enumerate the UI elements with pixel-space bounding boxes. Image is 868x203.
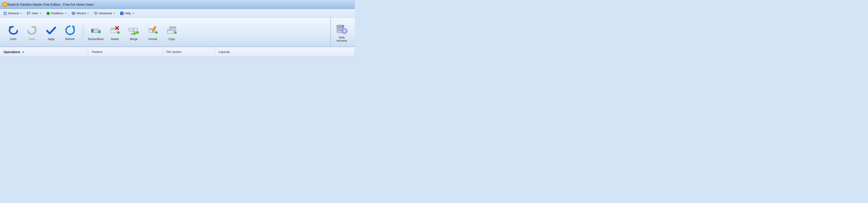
svg-point-29 [98, 31, 101, 33]
menu-sep-4 [91, 11, 92, 16]
toolbar-middle-group: Resize/Move Delete [85, 18, 183, 47]
partition-column-label: Partition [92, 50, 103, 54]
merge-button[interactable]: Merge [125, 21, 143, 44]
general-arrow: ▼ [20, 12, 22, 14]
resize-move-label: Resize/Move [88, 37, 103, 41]
svg-rect-3 [5, 12, 7, 13]
toolbar-right-group: Data recovery [331, 18, 352, 47]
redo-icon [26, 24, 38, 36]
toolbar-left-group: Undo Redo Apply [2, 18, 81, 47]
delete-label: Delete [111, 37, 119, 41]
menu-sep-2 [43, 11, 44, 16]
partitions-arrow: ▼ [65, 12, 67, 14]
general-label: General [8, 11, 19, 15]
svg-rect-9 [29, 12, 31, 13]
undo-label: Undo [10, 37, 17, 41]
capacity-column-label: Capacity [218, 50, 230, 54]
menu-sep-5 [117, 11, 118, 16]
svg-rect-17 [95, 12, 97, 13]
format-label: Format [149, 37, 157, 41]
advanced-arrow: ▼ [113, 12, 115, 14]
toolbar-separator-1 [83, 22, 83, 42]
help-label: Help [125, 11, 131, 15]
svg-point-38 [136, 31, 138, 34]
svg-point-43 [155, 31, 158, 34]
svg-rect-7 [27, 13, 29, 14]
merge-icon [128, 24, 140, 36]
wizard-icon [71, 11, 75, 16]
svg-point-48 [174, 31, 177, 34]
apply-icon [45, 24, 57, 36]
wizard-arrow: ▼ [87, 12, 89, 14]
undo-button[interactable]: Undo [4, 21, 22, 44]
general-icon [3, 11, 7, 16]
data-recovery-label: Data recovery [334, 36, 350, 42]
partitions-icon [46, 11, 50, 16]
redo-button[interactable]: Redo [23, 21, 41, 44]
operations-label: Operations [4, 50, 20, 54]
filesystem-column-label: File System [166, 50, 182, 54]
undo-icon [7, 24, 19, 36]
svg-point-12 [48, 13, 49, 14]
svg-rect-15 [73, 14, 74, 15]
merge-label: Merge [130, 37, 138, 41]
view-label: View [32, 11, 38, 15]
window-title: EaseUS Partition Master Free Edition - F… [8, 3, 94, 6]
svg-rect-8 [27, 14, 29, 15]
menu-item-wizard[interactable]: Wizard ▼ [70, 10, 91, 16]
apply-label: Apply [48, 37, 55, 41]
menu-item-view[interactable]: View ▼ [25, 10, 43, 16]
copy-button[interactable]: Copy [163, 21, 181, 44]
svg-rect-10 [29, 13, 31, 14]
menu-item-help[interactable]: ? Help ▼ [118, 10, 136, 16]
menu-item-partitions[interactable]: Partitions ▼ [44, 10, 68, 16]
svg-point-50 [342, 26, 344, 27]
partition-column-header: Partition [88, 47, 163, 57]
apply-button[interactable]: Apply [42, 21, 60, 44]
menu-item-general[interactable]: General ▼ [1, 10, 24, 16]
advanced-label: Advanced [99, 11, 112, 15]
data-recovery-icon [336, 23, 348, 35]
resize-move-icon [90, 24, 102, 36]
redo-label: Redo [29, 37, 35, 41]
wizard-label: Wizard [76, 11, 86, 15]
app-icon [2, 2, 8, 7]
refresh-label: Refresh [65, 37, 75, 41]
svg-marker-37 [131, 31, 136, 35]
svg-rect-2 [4, 12, 5, 13]
svg-rect-36 [133, 28, 137, 31]
resize-move-button[interactable]: Resize/Move [87, 21, 105, 44]
menu-item-advanced[interactable]: Advanced ▼ [92, 10, 117, 16]
svg-rect-14 [72, 12, 74, 14]
help-icon: ? [120, 11, 124, 16]
refresh-icon [64, 24, 76, 36]
view-icon [27, 11, 31, 16]
data-recovery-button[interactable]: Data recovery [333, 21, 351, 44]
view-arrow: ▼ [39, 12, 41, 14]
operations-header: Operations « [0, 47, 88, 57]
svg-point-57 [344, 31, 345, 31]
toolbar: Undo Redo Apply [0, 18, 355, 47]
svg-rect-47 [167, 29, 174, 31]
svg-rect-5 [5, 13, 7, 15]
svg-rect-45 [169, 27, 176, 28]
title-bar: EaseUS Partition Master Free Edition - F… [0, 0, 355, 9]
capacity-column-header: Capacity [215, 47, 355, 57]
svg-point-34 [117, 31, 120, 34]
copy-icon [166, 24, 178, 36]
refresh-button[interactable]: Refresh [61, 21, 79, 44]
svg-rect-6 [27, 12, 29, 13]
advanced-icon [94, 11, 98, 16]
table-header: Operations « Partition File System Capac… [0, 47, 355, 57]
svg-text:?: ? [121, 12, 123, 15]
copy-label: Copy [168, 37, 175, 41]
collapse-icon[interactable]: « [22, 50, 24, 54]
menu-bar: General ▼ View ▼ Partitions ▼ Wiz [0, 9, 355, 18]
partitions-label: Partitions [51, 11, 63, 15]
svg-rect-35 [129, 28, 133, 31]
format-button[interactable]: Format [144, 21, 162, 44]
format-icon [147, 24, 159, 36]
delete-icon [109, 24, 121, 36]
delete-button[interactable]: Delete [106, 21, 124, 44]
svg-rect-4 [4, 13, 5, 15]
